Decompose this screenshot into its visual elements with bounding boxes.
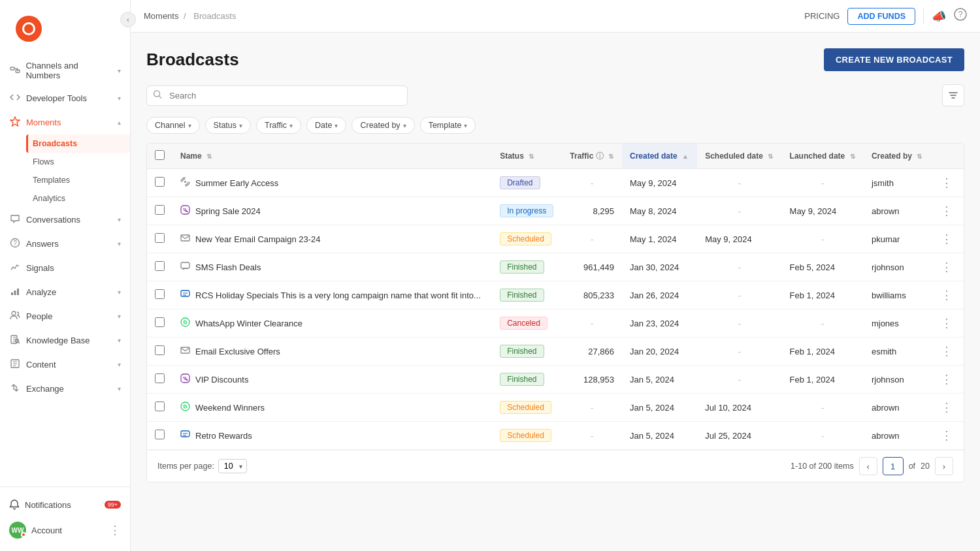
row-actions-cell[interactable]: ⋮ xyxy=(930,338,964,366)
per-page-select[interactable]: 10 25 50 xyxy=(218,459,247,473)
row-actions-cell[interactable]: ⋮ xyxy=(930,309,964,338)
col-created-date[interactable]: Created date xyxy=(622,144,697,169)
broadcasts-table: Name Status Traffic ⓘ xyxy=(147,144,964,450)
col-scheduled-date[interactable]: Scheduled date xyxy=(697,144,781,169)
filter-icon-button[interactable] xyxy=(942,84,964,106)
row-actions-cell[interactable]: ⋮ xyxy=(930,253,964,281)
row-more-button[interactable]: ⋮ xyxy=(938,204,955,218)
breadcrumb-parent[interactable]: Moments xyxy=(144,11,178,21)
sidebar-item-answers[interactable]: ? Answers ▾ xyxy=(0,232,130,256)
sidebar-item-flows[interactable]: Flows xyxy=(26,153,130,171)
row-more-button[interactable]: ⋮ xyxy=(938,400,955,415)
row-checkbox[interactable] xyxy=(155,345,165,355)
sidebar-item-developer[interactable]: Developer Tools ▾ xyxy=(0,86,130,110)
megaphone-icon[interactable]: 📣 xyxy=(932,9,946,24)
channels-label: Channels and Numbers xyxy=(25,61,112,80)
row-more-button[interactable]: ⋮ xyxy=(938,428,955,443)
select-all-header[interactable] xyxy=(147,144,172,169)
select-all-checkbox[interactable] xyxy=(155,150,165,160)
row-checkbox-cell[interactable] xyxy=(147,338,172,366)
help-icon[interactable]: ? xyxy=(954,8,967,24)
row-checkbox[interactable] xyxy=(155,261,165,271)
row-more-button[interactable]: ⋮ xyxy=(938,316,955,330)
next-page-button[interactable]: › xyxy=(935,457,953,475)
row-checkbox[interactable] xyxy=(155,317,165,327)
sidebar-item-conversations[interactable]: Conversations ▾ xyxy=(0,208,130,232)
row-name-cell: VIP Discounts xyxy=(172,366,492,394)
col-created-by[interactable]: Created by xyxy=(864,144,930,169)
row-checkbox-cell[interactable] xyxy=(147,309,172,338)
row-checkbox[interactable] xyxy=(155,289,165,299)
row-more-button[interactable]: ⋮ xyxy=(938,372,955,386)
row-actions-cell[interactable]: ⋮ xyxy=(930,366,964,394)
row-actions-cell[interactable]: ⋮ xyxy=(930,169,964,197)
row-actions-cell[interactable]: ⋮ xyxy=(930,394,964,422)
sidebar-item-exchange[interactable]: Exchange ▾ xyxy=(0,377,130,401)
pricing-link[interactable]: PRICING xyxy=(804,11,840,21)
topbar-divider xyxy=(923,8,924,24)
sidebar-item-channels[interactable]: Channels and Numbers ▾ xyxy=(0,55,130,86)
row-checkbox-cell[interactable] xyxy=(147,225,172,253)
row-checkbox-cell[interactable] xyxy=(147,394,172,422)
notifications-item[interactable]: Notifications 99+ xyxy=(0,494,130,516)
row-actions-cell[interactable]: ⋮ xyxy=(930,197,964,225)
sidebar-item-knowledge[interactable]: Knowledge Base ▾ xyxy=(0,328,130,353)
breadcrumb-separator: / xyxy=(184,11,186,21)
sidebar-item-analytics[interactable]: Analytics xyxy=(26,189,130,208)
row-checkbox-cell[interactable] xyxy=(147,169,172,197)
row-actions-cell[interactable]: ⋮ xyxy=(930,422,964,450)
sidebar-item-templates[interactable]: Templates xyxy=(26,171,130,189)
row-checkbox[interactable] xyxy=(155,373,165,383)
filter-channel[interactable]: Channel ▾ xyxy=(146,117,200,134)
table-row: VIP Discounts Finished 128,953 Jan 5, 20… xyxy=(147,366,964,394)
sidebar-item-people[interactable]: People ▾ xyxy=(0,304,130,328)
sidebar-item-broadcasts[interactable]: Broadcasts xyxy=(26,134,130,153)
row-checkbox[interactable] xyxy=(155,233,165,243)
row-actions-cell[interactable]: ⋮ xyxy=(930,225,964,253)
sidebar-item-signals[interactable]: Signals xyxy=(0,256,130,280)
prev-page-button[interactable]: ‹ xyxy=(859,457,877,475)
search-box xyxy=(146,86,408,106)
row-scheduled-date-cell: - xyxy=(697,281,781,309)
row-status-cell: Scheduled xyxy=(492,225,562,253)
col-status[interactable]: Status xyxy=(492,144,562,169)
sidebar-item-content[interactable]: Content ▾ xyxy=(0,353,130,377)
row-checkbox-cell[interactable] xyxy=(147,281,172,309)
sidebar-collapse-button[interactable]: ‹ xyxy=(120,12,136,27)
search-input[interactable] xyxy=(146,86,408,106)
row-more-button[interactable]: ⋮ xyxy=(938,344,955,358)
svg-rect-24 xyxy=(181,347,189,353)
row-more-button[interactable]: ⋮ xyxy=(938,288,955,302)
account-more-icon[interactable]: ⋮ xyxy=(109,523,121,537)
row-more-button[interactable]: ⋮ xyxy=(938,176,955,190)
row-checkbox[interactable] xyxy=(155,177,165,187)
row-created-date-cell: May 1, 2024 xyxy=(622,225,697,253)
row-checkbox-cell[interactable] xyxy=(147,422,172,450)
filter-traffic[interactable]: Traffic ▾ xyxy=(256,117,301,134)
row-more-button[interactable]: ⋮ xyxy=(938,232,955,246)
row-checkbox-cell[interactable] xyxy=(147,253,172,281)
row-checkbox-cell[interactable] xyxy=(147,366,172,394)
account-item[interactable]: WW Account ⋮ xyxy=(0,516,130,544)
status-badge: Scheduled xyxy=(500,401,551,414)
row-more-button[interactable]: ⋮ xyxy=(938,260,955,274)
sidebar-item-analyze[interactable]: Analyze ▾ xyxy=(0,280,130,304)
row-checkbox[interactable] xyxy=(155,205,165,215)
create-broadcast-button[interactable]: CREATE NEW BROADCAST xyxy=(824,48,964,71)
row-checkbox[interactable] xyxy=(155,430,165,439)
col-launched-date[interactable]: Launched date xyxy=(782,144,864,169)
row-checkbox-cell[interactable] xyxy=(147,197,172,225)
filter-row: Channel ▾ Status ▾ Traffic ▾ Date ▾ Crea… xyxy=(146,117,964,134)
sidebar-item-moments[interactable]: Moments ▴ xyxy=(0,110,130,134)
row-checkbox[interactable] xyxy=(155,401,165,411)
filter-status[interactable]: Status ▾ xyxy=(205,117,251,134)
add-funds-button[interactable]: ADD FUNDS xyxy=(847,8,915,25)
current-page-input[interactable] xyxy=(883,457,904,475)
col-name[interactable]: Name xyxy=(172,144,492,169)
row-actions-cell[interactable]: ⋮ xyxy=(930,281,964,309)
filter-date[interactable]: Date ▾ xyxy=(306,117,346,134)
traffic-info-icon[interactable]: ⓘ xyxy=(596,151,604,161)
col-traffic[interactable]: Traffic ⓘ xyxy=(562,144,622,169)
filter-created-by[interactable]: Created by ▾ xyxy=(351,117,414,134)
filter-template[interactable]: Template ▾ xyxy=(420,117,476,134)
